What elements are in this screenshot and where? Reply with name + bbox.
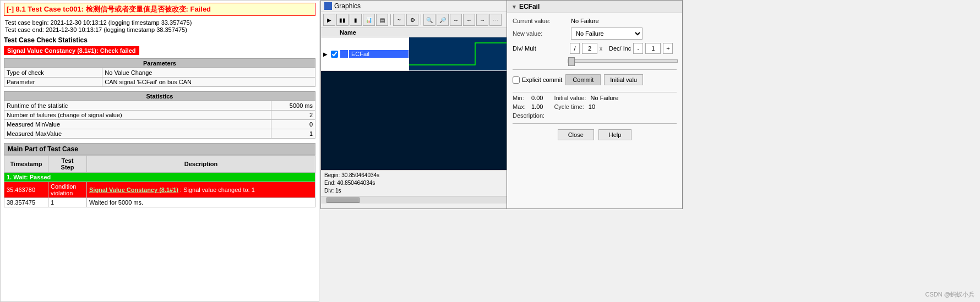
toolbar-line-btn[interactable]: ▮ [350,14,362,26]
toolbar-fit-btn[interactable]: ↔ [450,14,462,26]
divmult-label: Div/ Mult [513,45,568,52]
toolbar-cursor-btn[interactable]: ▶ [323,14,335,26]
param-label-2: Parameter [4,78,102,87]
toolbar-scroll-left-btn[interactable]: ← [463,14,475,26]
new-value-label: New value: [513,30,568,37]
wait-description: Waited for 5000 ms. [87,198,315,207]
current-value-label: Current value: [513,18,568,24]
main-part-header: Main Part of Test Case [4,143,315,155]
slider-row [513,57,677,67]
graphics-title: Graphics [334,2,361,10]
check-failed-badge: Signal Value Constancy (8.1#1): Check fa… [4,46,139,55]
max-val: 1.00 [531,103,543,110]
toolbar-bar-btn[interactable]: ▮▮ [336,14,349,26]
parameters-table: Parameters Type of check No Value Change… [4,58,315,87]
param-label-1: Type of check [4,68,102,78]
stat-value-3: 0 [271,120,315,129]
statistics-header: Test Case Check Statistics [4,36,315,44]
initial-value-label: Initial value: [554,95,586,101]
inc-value-input[interactable] [645,43,661,54]
cycle-time-display: Cycle time: 10 [554,103,595,110]
left-panel: [-] 8.1 Test Case tc001: 检测信号或者变量值是否被改变:… [0,0,319,302]
signal-name: ECFail [349,50,409,58]
stat-label-1: Runtime of the statistic [4,101,271,111]
divider-2 [513,92,677,92]
condition-timestamp: 35.463780 [4,182,48,198]
current-value-row: Current value: No Failure [513,18,677,24]
toolbar-zoom-out-btn[interactable]: 🔎 [437,14,449,26]
div-value-input[interactable] [582,43,597,54]
help-button[interactable]: Help [598,129,632,140]
description-row: Description: [513,112,677,119]
wait-row: 38.357475 1 Waited for 5000 ms. [4,198,315,207]
divmult-row: Div/ Mult / x Dec/ Inc - + [513,43,677,54]
col-timestamp: Timestamp [4,156,48,173]
param-row-2: Parameter CAN signal 'ECFail' on bus CAN [4,78,315,87]
col-description: Description [87,156,315,173]
slider-thumb[interactable] [568,57,575,66]
toolbar-more-btn[interactable]: ⋯ [489,14,502,26]
max-item: Max: 1.00 [513,103,543,110]
inc-button[interactable]: + [663,43,673,54]
end-line: Test case end: 2021-12-30 10:13:17 (logg… [4,26,315,33]
maxrow: Max: 1.00 Cycle time: 10 [513,103,677,110]
dec-button[interactable]: - [633,43,643,54]
min-val: 0.00 [531,95,543,101]
toolbar-scroll-right-btn[interactable]: → [476,14,488,26]
explicit-commit-checkbox[interactable] [513,76,520,84]
statistics-table: Statistics Runtime of the statistic 5000… [4,91,315,139]
divider-3 [513,123,677,124]
wait-passed-row: 1. Wait: Passed [4,173,315,182]
param-value-1: No Value Change [102,68,315,78]
slider-track[interactable] [568,59,678,63]
ecfail-title: ECFail [519,3,540,10]
stat-value-4: 1 [271,129,315,139]
stat-label-2: Number of failures (change of signal val… [4,111,271,120]
ecfail-panel: ▼ ECFail Current value: No Failure New v… [507,0,683,209]
toolbar-zoom-in-btn[interactable]: 🔍 [423,14,435,26]
parameters-header: Parameters [4,59,315,68]
max-label: Max: [513,103,529,110]
wait-timestamp: 38.357475 [4,198,48,207]
toolbar-chart2-btn[interactable]: ▤ [376,14,388,26]
cycletime-val: 10 [589,103,595,110]
divider-1 [513,69,677,70]
signal-color-block [340,50,348,58]
toolbar-chart-btn[interactable]: 📊 [363,14,375,26]
commit-button[interactable]: Commit [565,74,601,85]
bottom-button-row: Close Help [513,126,677,144]
graphics-window-icon [324,2,332,10]
decinc-label: Dec/ Inc [609,45,631,52]
stat-row-3: Measured MinValue 0 [4,120,315,129]
signal-checkbox[interactable] [331,51,338,58]
initial-value-val: No Failure [591,95,619,101]
new-value-row: New value: No Failure [513,28,677,40]
close-button[interactable]: Close [558,129,594,140]
min-item: Min: 0.00 [513,95,543,101]
toolbar-sep-2 [421,14,421,25]
new-value-select[interactable]: No Failure [571,28,643,40]
minmax-row: Min: 0.00 Initial value: No Failure [513,95,677,101]
graphics-name-column-header: Name [323,29,411,36]
explicit-commit-checkbox-group: Explicit commit [513,76,562,84]
stat-label-3: Measured MinValue [4,120,271,129]
ecfail-body: Current value: No Failure New value: No … [507,13,682,148]
stat-row-1: Runtime of the statistic 5000 ms [4,101,315,111]
initial-value-button[interactable]: Initial valu [604,74,643,85]
test-case-title: [-] 8.1 Test Case tc001: 检测信号或者变量值是否被改变:… [4,3,315,16]
div-op: / [570,43,580,54]
explicit-commit-label: Explicit commit [522,76,562,83]
toolbar-wave-btn[interactable]: ~ [393,14,405,26]
wait-passed-label: 1. Wait: Passed [4,173,315,182]
wait-teststep: 1 [48,198,87,207]
csdn-watermark: CSDN @蚂蚁小兵 [925,290,974,299]
scrollbar-thumb[interactable] [326,197,360,203]
condition-link[interactable]: Signal Value Constancy (8.1#1) [89,186,178,193]
stat-value-2: 2 [271,111,315,120]
description-label: Description: [513,112,545,119]
commit-row: Explicit commit Commit Initial valu [513,72,677,87]
toolbar-settings-btn[interactable]: ⚙ [406,14,418,26]
test-table: Timestamp TestStep Description 1. Wait: … [4,155,315,207]
current-value: No Failure [571,18,599,24]
collapse-icon[interactable]: ▼ [511,4,517,10]
